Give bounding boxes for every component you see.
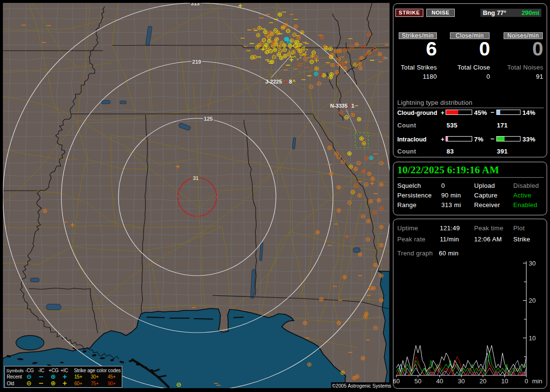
svg-text:+IC: +IC <box>60 368 68 373</box>
svg-text:8: 8 <box>289 79 292 84</box>
svg-text:Recent: Recent <box>7 374 22 379</box>
svg-text:N-3335: N-3335 <box>330 103 347 109</box>
svg-text:31: 31 <box>193 175 199 181</box>
svg-text:-IC: -IC <box>38 368 44 373</box>
svg-text:J-2225: J-2225 <box>265 79 282 84</box>
svg-text:Strike age color codes: Strike age color codes <box>74 368 121 373</box>
svg-text:75+: 75+ <box>91 381 99 386</box>
svg-text:90+: 90+ <box>108 381 116 386</box>
svg-text:+: + <box>285 79 288 84</box>
svg-text:©2005 Astrogenic Systems: ©2005 Astrogenic Systems <box>332 383 391 389</box>
svg-text:^: ^ <box>292 79 296 84</box>
svg-text:+CG: +CG <box>49 368 59 373</box>
svg-text:45+: 45+ <box>108 374 116 379</box>
svg-text:60+: 60+ <box>74 381 83 386</box>
svg-text:15+: 15+ <box>74 374 83 379</box>
svg-text:Symbols: Symbols <box>6 368 24 373</box>
svg-text:Old: Old <box>7 381 14 386</box>
svg-text:219: 219 <box>192 59 201 65</box>
svg-text:+: + <box>347 103 350 109</box>
svg-text:30+: 30+ <box>91 374 99 379</box>
svg-text:1: 1 <box>351 103 354 109</box>
svg-text:-CG: -CG <box>25 368 34 373</box>
svg-text:125: 125 <box>204 116 213 122</box>
